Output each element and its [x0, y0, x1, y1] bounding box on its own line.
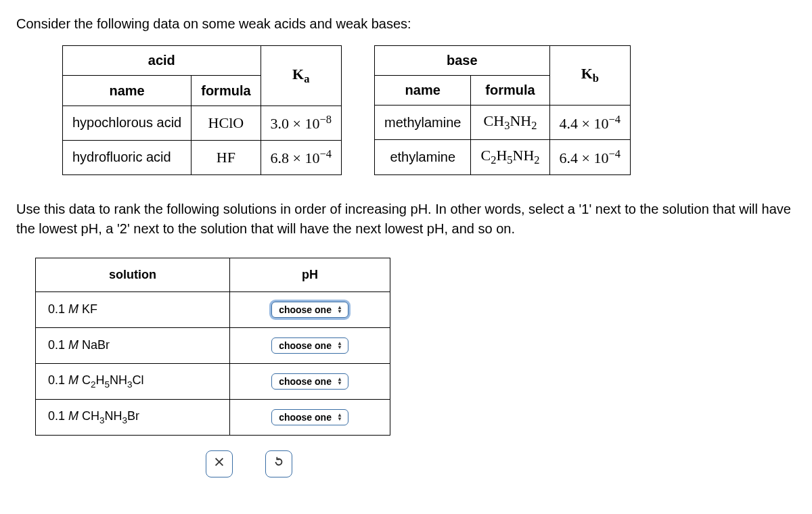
rank-row: 0.1 M KF choose one ▲▼: [36, 291, 390, 327]
acid-name-header: name: [63, 76, 191, 106]
base-kb: 6.4 × 10−4: [549, 140, 630, 174]
rank-row: 0.1 M C2H5NH3Cl choose one ▲▼: [36, 363, 390, 399]
undo-icon: [273, 456, 285, 471]
base-kb: 4.4 × 10−4: [549, 106, 630, 140]
clear-button[interactable]: [206, 450, 233, 477]
base-formula: C2H5NH2: [471, 140, 549, 174]
chooser-label: choose one: [279, 340, 332, 351]
solution-header: solution: [36, 258, 230, 291]
button-bar: [206, 450, 796, 477]
ph-header: pH: [230, 258, 390, 291]
base-row: ethylamine C2H5NH2 6.4 × 10−4: [375, 140, 631, 174]
reset-button[interactable]: [265, 450, 292, 477]
base-formula: CH3NH2: [471, 106, 549, 140]
chevron-updown-icon: ▲▼: [337, 342, 342, 350]
chooser-label: choose one: [279, 304, 332, 315]
ranking-table: solution pH 0.1 M KF choose one ▲▼ 0.1 M…: [35, 258, 390, 436]
chooser-label: choose one: [279, 376, 332, 387]
acid-name: hypochlorous acid: [63, 106, 191, 140]
base-table: base Kb name formula methylamine CH3NH2 …: [374, 45, 631, 175]
acid-formula-header: formula: [191, 76, 261, 106]
close-icon: [213, 456, 225, 471]
instructions-text: Use this data to rank the following solu…: [16, 200, 796, 239]
ph-chooser[interactable]: choose one ▲▼: [271, 409, 348, 425]
rank-row: 0.1 M NaBr choose one ▲▼: [36, 327, 390, 363]
solution-cell: 0.1 M KF: [36, 291, 230, 327]
base-name: methylamine: [375, 106, 471, 140]
chevron-updown-icon: ▲▼: [337, 306, 342, 314]
solution-cell: 0.1 M C2H5NH3Cl: [36, 363, 230, 399]
base-formula-header: formula: [471, 76, 549, 106]
ph-chooser[interactable]: choose one ▲▼: [271, 337, 348, 354]
ph-chooser[interactable]: choose one ▲▼: [271, 373, 348, 390]
solution-cell: 0.1 M CH3NH3Br: [36, 399, 230, 435]
acid-table: acid Ka name formula hypochlorous acid H…: [62, 45, 342, 175]
base-name: ethylamine: [375, 140, 471, 174]
base-row: methylamine CH3NH2 4.4 × 10−4: [375, 106, 631, 140]
acid-ka: 6.8 × 10−4: [261, 140, 341, 174]
intro-text: Consider the following data on some weak…: [16, 16, 796, 32]
base-group-header: base: [375, 46, 550, 76]
rank-row: 0.1 M CH3NH3Br choose one ▲▼: [36, 399, 390, 435]
acid-formula: HClO: [191, 106, 261, 140]
acid-row: hypochlorous acid HClO 3.0 × 10−8: [63, 106, 342, 140]
ph-chooser[interactable]: choose one ▲▼: [271, 302, 348, 318]
chevron-updown-icon: ▲▼: [337, 377, 342, 386]
chevron-updown-icon: ▲▼: [337, 413, 342, 421]
acid-group-header: acid: [63, 46, 261, 76]
solution-cell: 0.1 M NaBr: [36, 327, 230, 363]
chooser-label: choose one: [279, 412, 332, 423]
acid-ka: 3.0 × 10−8: [261, 106, 341, 140]
base-k-header: Kb: [549, 46, 630, 106]
acid-name: hydrofluoric acid: [63, 140, 191, 174]
acid-formula: HF: [191, 140, 261, 174]
base-name-header: name: [375, 76, 471, 106]
data-tables-row: acid Ka name formula hypochlorous acid H…: [62, 45, 796, 175]
acid-row: hydrofluoric acid HF 6.8 × 10−4: [63, 140, 342, 174]
acid-k-header: Ka: [261, 46, 341, 106]
